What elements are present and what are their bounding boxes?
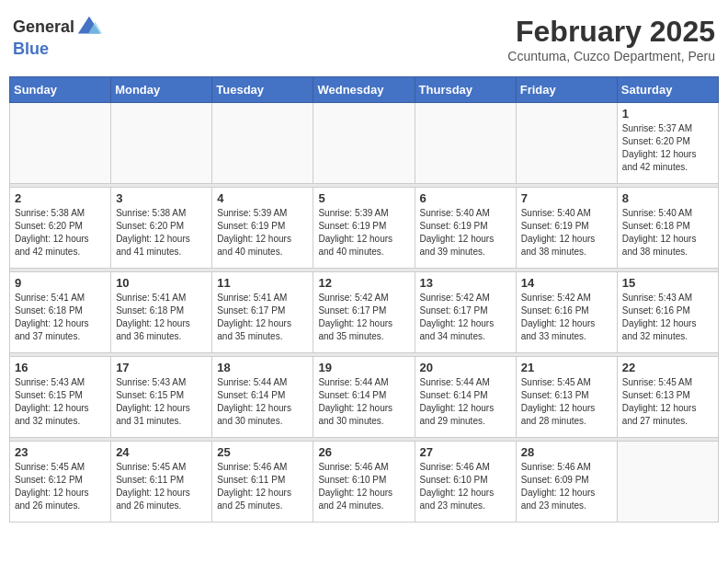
day-number: 2 [15,191,106,205]
calendar-day-cell: 2Sunrise: 5:38 AM Sunset: 6:20 PM Daylig… [10,188,111,269]
calendar-day-cell: 27Sunrise: 5:46 AM Sunset: 6:10 PM Dayli… [415,442,516,523]
day-info: Sunrise: 5:45 AM Sunset: 6:13 PM Dayligh… [521,376,612,428]
day-number: 13 [420,276,511,290]
calendar-day-cell [415,103,516,184]
calendar-day-cell: 21Sunrise: 5:45 AM Sunset: 6:13 PM Dayli… [516,357,617,438]
day-info: Sunrise: 5:43 AM Sunset: 6:15 PM Dayligh… [116,376,207,428]
day-info: Sunrise: 5:41 AM Sunset: 6:17 PM Dayligh… [217,292,308,343]
weekday-header-tuesday: Tuesday [212,77,313,103]
day-info: Sunrise: 5:45 AM Sunset: 6:13 PM Dayligh… [622,376,713,428]
day-info: Sunrise: 5:42 AM Sunset: 6:17 PM Dayligh… [420,292,511,343]
calendar-day-cell [111,103,212,184]
weekday-header-thursday: Thursday [415,77,516,103]
day-number: 24 [116,445,207,459]
day-number: 19 [318,361,409,374]
day-info: Sunrise: 5:40 AM Sunset: 6:19 PM Dayligh… [420,207,511,259]
day-number: 6 [420,191,511,205]
day-number: 16 [15,361,106,374]
day-info: Sunrise: 5:46 AM Sunset: 6:10 PM Dayligh… [318,461,409,512]
calendar-day-cell: 23Sunrise: 5:45 AM Sunset: 6:12 PM Dayli… [10,442,111,523]
day-info: Sunrise: 5:46 AM Sunset: 6:11 PM Dayligh… [217,461,308,512]
calendar-table: SundayMondayTuesdayWednesdayThursdayFrid… [9,76,719,523]
day-info: Sunrise: 5:39 AM Sunset: 6:19 PM Dayligh… [318,207,409,259]
day-info: Sunrise: 5:38 AM Sunset: 6:20 PM Dayligh… [116,207,207,259]
day-info: Sunrise: 5:38 AM Sunset: 6:20 PM Dayligh… [15,207,106,259]
day-info: Sunrise: 5:41 AM Sunset: 6:18 PM Dayligh… [15,292,106,343]
day-info: Sunrise: 5:40 AM Sunset: 6:19 PM Dayligh… [521,207,612,259]
month-year-title: February 2025 [507,15,715,49]
day-number: 14 [521,276,612,290]
calendar-day-cell [516,103,617,184]
calendar-day-cell: 7Sunrise: 5:40 AM Sunset: 6:19 PM Daylig… [516,188,617,269]
day-info: Sunrise: 5:39 AM Sunset: 6:19 PM Dayligh… [217,207,308,259]
calendar-day-cell: 11Sunrise: 5:41 AM Sunset: 6:17 PM Dayli… [212,272,313,353]
day-info: Sunrise: 5:44 AM Sunset: 6:14 PM Dayligh… [318,376,409,428]
day-info: Sunrise: 5:46 AM Sunset: 6:09 PM Dayligh… [521,461,612,512]
day-number: 10 [116,276,207,290]
logo: General Blue [13,15,104,59]
day-info: Sunrise: 5:37 AM Sunset: 6:20 PM Dayligh… [622,122,713,174]
day-info: Sunrise: 5:41 AM Sunset: 6:18 PM Dayligh… [116,292,207,343]
calendar-day-cell: 25Sunrise: 5:46 AM Sunset: 6:11 PM Dayli… [212,442,313,523]
calendar-day-cell: 24Sunrise: 5:45 AM Sunset: 6:11 PM Dayli… [111,442,212,523]
day-number: 22 [622,361,713,374]
calendar-day-cell: 5Sunrise: 5:39 AM Sunset: 6:19 PM Daylig… [313,188,415,269]
weekday-header-sunday: Sunday [10,77,111,103]
calendar-day-cell: 18Sunrise: 5:44 AM Sunset: 6:14 PM Dayli… [212,357,313,438]
calendar-day-cell: 12Sunrise: 5:42 AM Sunset: 6:17 PM Dayli… [313,272,415,353]
day-number: 1 [622,107,713,121]
calendar-day-cell: 28Sunrise: 5:46 AM Sunset: 6:09 PM Dayli… [516,442,617,523]
calendar-day-cell: 22Sunrise: 5:45 AM Sunset: 6:13 PM Dayli… [617,357,718,438]
day-number: 3 [116,191,207,205]
day-number: 9 [15,276,106,290]
day-number: 4 [217,191,308,205]
calendar-day-cell: 17Sunrise: 5:43 AM Sunset: 6:15 PM Dayli… [111,357,212,438]
day-info: Sunrise: 5:44 AM Sunset: 6:14 PM Dayligh… [420,376,511,428]
calendar-day-cell: 1Sunrise: 5:37 AM Sunset: 6:20 PM Daylig… [617,103,718,184]
calendar-day-cell [212,103,313,184]
day-number: 20 [420,361,511,374]
day-number: 27 [420,445,511,459]
day-number: 26 [318,445,409,459]
day-number: 5 [318,191,409,205]
calendar-day-cell: 15Sunrise: 5:43 AM Sunset: 6:16 PM Dayli… [617,272,718,353]
day-info: Sunrise: 5:44 AM Sunset: 6:14 PM Dayligh… [217,376,308,428]
day-number: 23 [15,445,106,459]
day-info: Sunrise: 5:42 AM Sunset: 6:17 PM Dayligh… [318,292,409,343]
calendar-week-3: 9Sunrise: 5:41 AM Sunset: 6:18 PM Daylig… [10,272,719,353]
day-info: Sunrise: 5:45 AM Sunset: 6:11 PM Dayligh… [116,461,207,512]
calendar-day-cell: 16Sunrise: 5:43 AM Sunset: 6:15 PM Dayli… [10,357,111,438]
weekday-header-monday: Monday [111,77,212,103]
day-info: Sunrise: 5:43 AM Sunset: 6:16 PM Dayligh… [622,292,713,343]
day-info: Sunrise: 5:42 AM Sunset: 6:16 PM Dayligh… [521,292,612,343]
calendar-day-cell: 20Sunrise: 5:44 AM Sunset: 6:14 PM Dayli… [415,357,516,438]
calendar-day-cell: 19Sunrise: 5:44 AM Sunset: 6:14 PM Dayli… [313,357,415,438]
calendar-day-cell: 10Sunrise: 5:41 AM Sunset: 6:18 PM Dayli… [111,272,212,353]
calendar-week-4: 16Sunrise: 5:43 AM Sunset: 6:15 PM Dayli… [10,357,719,438]
calendar-day-cell: 3Sunrise: 5:38 AM Sunset: 6:20 PM Daylig… [111,188,212,269]
location-subtitle: Ccuntuma, Cuzco Department, Peru [507,49,715,63]
calendar-day-cell: 6Sunrise: 5:40 AM Sunset: 6:19 PM Daylig… [415,188,516,269]
calendar-week-2: 2Sunrise: 5:38 AM Sunset: 6:20 PM Daylig… [10,188,719,269]
calendar-week-1: 1Sunrise: 5:37 AM Sunset: 6:20 PM Daylig… [10,103,719,184]
day-number: 7 [521,191,612,205]
calendar-week-5: 23Sunrise: 5:45 AM Sunset: 6:12 PM Dayli… [10,442,719,523]
calendar-day-cell: 13Sunrise: 5:42 AM Sunset: 6:17 PM Dayli… [415,272,516,353]
day-number: 17 [116,361,207,374]
calendar-day-cell: 8Sunrise: 5:40 AM Sunset: 6:18 PM Daylig… [617,188,718,269]
day-number: 15 [622,276,713,290]
calendar-day-cell [10,103,111,184]
weekday-header-friday: Friday [516,77,617,103]
day-info: Sunrise: 5:43 AM Sunset: 6:15 PM Dayligh… [15,376,106,428]
day-number: 11 [217,276,308,290]
title-section: February 2025 Ccuntuma, Cuzco Department… [507,15,715,63]
calendar-day-cell: 26Sunrise: 5:46 AM Sunset: 6:10 PM Dayli… [313,442,415,523]
day-info: Sunrise: 5:40 AM Sunset: 6:18 PM Dayligh… [622,207,713,259]
calendar-day-cell: 4Sunrise: 5:39 AM Sunset: 6:19 PM Daylig… [212,188,313,269]
day-number: 25 [217,445,308,459]
weekday-header-saturday: Saturday [617,77,718,103]
day-number: 8 [622,191,713,205]
calendar-day-cell [313,103,415,184]
weekday-header-wednesday: Wednesday [313,77,415,103]
day-number: 18 [217,361,308,374]
